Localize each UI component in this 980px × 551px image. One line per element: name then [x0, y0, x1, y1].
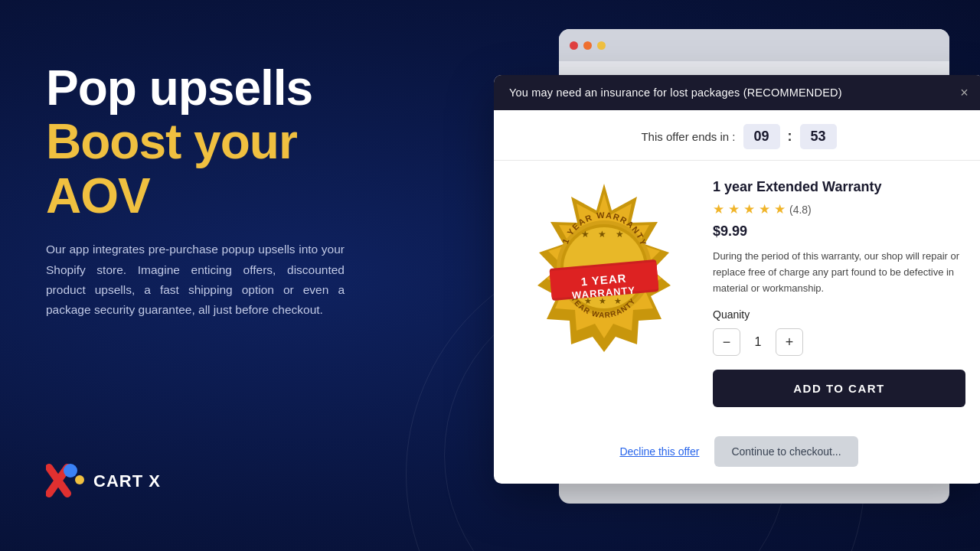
- cart-x-logo-icon: [46, 461, 86, 501]
- browser-bar: [559, 29, 949, 61]
- upsell-popup: You may need an insurance for lost packa…: [494, 75, 980, 484]
- stars-row: ★ ★ ★ ★ ★ (4.8): [713, 201, 965, 217]
- product-title: 1 year Extended Warranty: [713, 179, 965, 195]
- star-4: ★: [759, 201, 770, 217]
- logo-area: CART X: [46, 461, 161, 501]
- star-1: ★: [713, 201, 724, 217]
- headline-line1: Pop upsells: [46, 61, 429, 115]
- star-3: ★: [743, 201, 755, 217]
- logo-text: CART X: [93, 471, 161, 491]
- quantity-decrease-button[interactable]: −: [713, 328, 740, 356]
- browser-dot-red: [570, 41, 578, 50]
- svg-text:★ ★ ★: ★ ★ ★: [581, 229, 627, 240]
- rating-text: (4.8): [789, 204, 812, 216]
- product-price: $9.99: [713, 223, 965, 240]
- product-info: 1 year Extended Warranty ★ ★ ★ ★ ★ (4.8)…: [713, 176, 965, 407]
- left-panel: Pop upsells Boost your AOV Our app integ…: [46, 61, 429, 321]
- decline-offer-button[interactable]: Decline this offer: [619, 445, 699, 458]
- headline-line2: Boost your: [46, 115, 429, 168]
- add-to-cart-button[interactable]: ADD TO CART: [713, 370, 965, 407]
- star-half: ★: [774, 201, 786, 217]
- svg-point-2: [75, 475, 84, 484]
- quantity-label: Quanity: [713, 308, 965, 321]
- description-text: Our app integrates pre-purchase popup up…: [46, 240, 345, 320]
- popup-footer: Decline this offer Continue to checkout.…: [494, 422, 980, 484]
- browser-dot-yellow: [597, 41, 606, 50]
- product-description: During the period of this warranty, our …: [713, 249, 965, 296]
- browser-dot-orange: [583, 41, 592, 50]
- quantity-input[interactable]: [740, 328, 776, 356]
- timer-seconds: 53: [800, 124, 837, 149]
- star-2: ★: [728, 201, 740, 217]
- continue-checkout-button[interactable]: Continue to checkout...: [714, 436, 858, 467]
- timer-colon: :: [788, 129, 792, 145]
- quantity-increase-button[interactable]: +: [776, 328, 803, 356]
- close-button[interactable]: ×: [960, 86, 969, 99]
- svg-point-1: [64, 464, 77, 478]
- timer-area: This offer ends in : 09 : 53: [494, 110, 980, 161]
- quantity-row: − +: [713, 328, 965, 356]
- browser-window: You may need an insurance for lost packa…: [559, 29, 949, 504]
- popup-header: You may need an insurance for lost packa…: [494, 75, 980, 110]
- timer-minutes: 09: [743, 124, 780, 149]
- popup-header-text: You may need an insurance for lost packa…: [509, 86, 842, 99]
- product-image-wrap: ★ ★ ★ 1 YEAR WARRANTY ★ ★ ★ 1 YEAR WARRA…: [512, 176, 696, 360]
- product-area: ★ ★ ★ 1 YEAR WARRANTY ★ ★ ★ 1 YEAR WARRA…: [494, 161, 980, 422]
- timer-label: This offer ends in :: [641, 130, 735, 143]
- headline-line3: AOV: [46, 169, 429, 223]
- warranty-badge-image: ★ ★ ★ 1 YEAR WARRANTY ★ ★ ★ 1 YEAR WARRA…: [516, 180, 692, 356]
